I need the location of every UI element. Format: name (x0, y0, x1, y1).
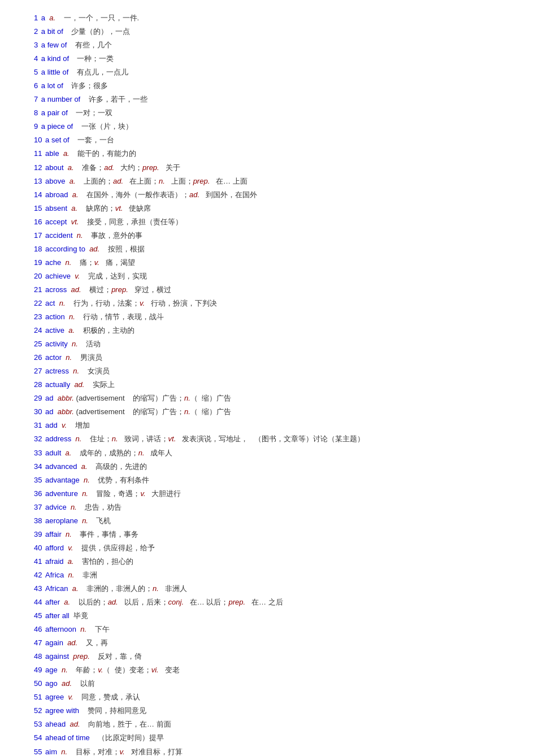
entry-word: affair (45, 530, 62, 538)
list-item: 48 against prep. 反对，靠，倚 (34, 650, 511, 663)
list-item: 11 able a. 能干的，有能力的 (34, 147, 511, 160)
list-item: 35 advantage n. 优势，有利条件 (34, 473, 511, 487)
list-item: 53 ahead ad. 向前地，胜于，在… 前面 (34, 718, 511, 731)
list-item: 29 ad abbr. (advertisement 的缩写）广告；n.（ 缩）… (34, 392, 511, 405)
entry-word: against (45, 652, 69, 661)
entry-number: 11 (34, 149, 44, 158)
entry-number: 40 (34, 544, 44, 552)
list-item: 44 after a. 以后的；ad. 以后，后来；conj. 在… 以后；pr… (34, 596, 511, 609)
entry-number: 2 (34, 27, 40, 36)
list-item: 23 action n. 行动，情节，表现，战斗 (34, 310, 511, 324)
entry-word: accident (45, 231, 72, 240)
entry-word: activity (45, 340, 68, 348)
entry-word: a pair of (41, 108, 68, 117)
entry-number: 17 (34, 231, 44, 240)
list-item: 52 agree with 赞同，持相同意见 (34, 704, 511, 718)
entry-word: abroad (45, 190, 68, 199)
list-item: 28 actually ad. 实际上 (34, 378, 511, 392)
entry-definition: 一种；一类 (69, 54, 114, 63)
entry-definition: 一对；一双 (68, 108, 112, 117)
entry-number: 1 (34, 14, 40, 22)
entry-word: a (41, 14, 45, 22)
entry-word: age (45, 666, 58, 674)
entry-definition: 一张（片，块） (73, 122, 132, 131)
entry-definition: n. 行动，情节，表现，战斗 (65, 312, 164, 321)
entry-number: 25 (34, 340, 44, 348)
list-item: 4 a kind of 一种；一类 (34, 52, 511, 66)
entry-definition: abbr. (advertisement 的缩写）广告；n.（ 缩）广告 (54, 407, 232, 416)
entry-definition: n. 下午 (76, 625, 110, 633)
entry-word: adult (45, 449, 61, 457)
entry-definition: 许多；很多 (63, 81, 108, 90)
entry-word: ache (45, 258, 61, 267)
entry-number: 4 (34, 54, 40, 63)
entry-word: after (45, 598, 60, 606)
entry-definition: v. 同意，赞成，承认 (64, 693, 140, 701)
entry-definition: a. 一，一个，一只，一件. (45, 14, 139, 22)
entries-list: 1 a a. 一，一个，一只，一件.2 a bit of 少量（的），一点3 a… (34, 11, 511, 756)
entry-definition: a. 上面的；ad. 在上面；n. 上面；prep. 在… 上面 (66, 177, 248, 185)
entry-definition: 毕竟 (70, 611, 88, 620)
entry-word: advantage (45, 476, 80, 484)
entry-number: 38 (34, 516, 44, 525)
entry-word: agree with (45, 706, 79, 715)
entry-definition: ad. 按照，根据 (85, 245, 145, 253)
entry-number: 51 (34, 693, 44, 701)
entry-number: 15 (34, 204, 44, 212)
entry-word: address (45, 435, 71, 443)
main-page: 1 a a. 一，一个，一只，一件.2 a bit of 少量（的），一点3 a… (0, 0, 534, 756)
entry-definition: 少量（的），一点 (63, 27, 130, 36)
entry-definition: a. 能干的，有能力的 (59, 149, 137, 158)
entry-word: absent (45, 204, 67, 212)
entry-definition: n. 女演员 (69, 367, 110, 375)
entry-number: 19 (34, 258, 44, 267)
list-item: 12 about a. 准备；ad. 大约；prep. 关于 (34, 161, 511, 175)
list-item: 7 a number of 许多，若干，一些 (34, 93, 511, 106)
list-item: 39 affair n. 事件，事情，事务 (34, 528, 511, 541)
entry-number: 54 (34, 733, 44, 742)
entry-word: adventure (45, 489, 78, 498)
entry-definition: n. 非洲 (64, 571, 97, 579)
entry-number: 33 (34, 449, 44, 457)
entry-word: ad (45, 394, 53, 402)
entry-word: ad (45, 407, 53, 416)
entry-number: 55 (34, 748, 44, 756)
list-item: 14 abroad a. 在国外，海外（一般作表语）；ad. 到国外，在国外 (34, 188, 511, 202)
entry-definition: n. 事件，事情，事务 (62, 530, 139, 538)
entry-number: 42 (34, 571, 44, 579)
list-item: 37 advice n. 忠告，劝告 (34, 501, 511, 514)
entry-word: ahead (45, 720, 66, 728)
entry-word: actress (45, 367, 69, 375)
list-item: 6 a lot of 许多；很多 (34, 79, 511, 93)
list-item: 10 a set of 一套，一台 (34, 133, 511, 147)
entry-word: advanced (45, 462, 77, 471)
entry-definition: a. 准备；ad. 大约；prep. 关于 (64, 163, 180, 172)
entry-word: afford (45, 544, 64, 552)
list-item: 19 ache n. 痛；v. 痛，渴望 (34, 256, 511, 270)
entry-word: ago (45, 679, 58, 688)
entry-definition: 有点儿，一点儿 (68, 68, 128, 76)
list-item: 5 a little of 有点儿，一点儿 (34, 66, 511, 79)
entry-definition: v. 增加 (58, 421, 90, 429)
entry-number: 50 (34, 679, 44, 688)
entry-number: 49 (34, 666, 44, 674)
entry-word: agree (45, 693, 64, 701)
entry-definition: n. 事故，意外的事 (73, 231, 143, 240)
list-item: 33 adult a. 成年的，成熟的；n. 成年人 (34, 446, 511, 460)
list-item: 15 absent a. 缺席的；vt. 使缺席 (34, 202, 511, 215)
entry-definition: ad. 实际上 (70, 380, 115, 389)
entry-definition: n. 冒险，奇遇；v. 大胆进行 (78, 489, 181, 498)
entry-word: ahead of time (45, 733, 90, 742)
entry-word: action (45, 312, 65, 321)
list-item: 50 ago ad. 以前 (34, 677, 511, 690)
list-item: 47 again ad. 又，再 (34, 636, 511, 650)
entry-word: active (45, 326, 64, 334)
entry-number: 41 (34, 557, 44, 566)
entry-word: a set of (45, 136, 70, 144)
entry-word: actually (45, 380, 70, 389)
entry-definition: n. 目标，对准；v. 对准目标，打算 (57, 748, 183, 756)
entry-number: 6 (34, 81, 40, 90)
list-item: 9 a piece of 一张（片，块） (34, 120, 511, 133)
entry-number: 32 (34, 435, 44, 443)
entry-number: 30 (34, 407, 44, 416)
